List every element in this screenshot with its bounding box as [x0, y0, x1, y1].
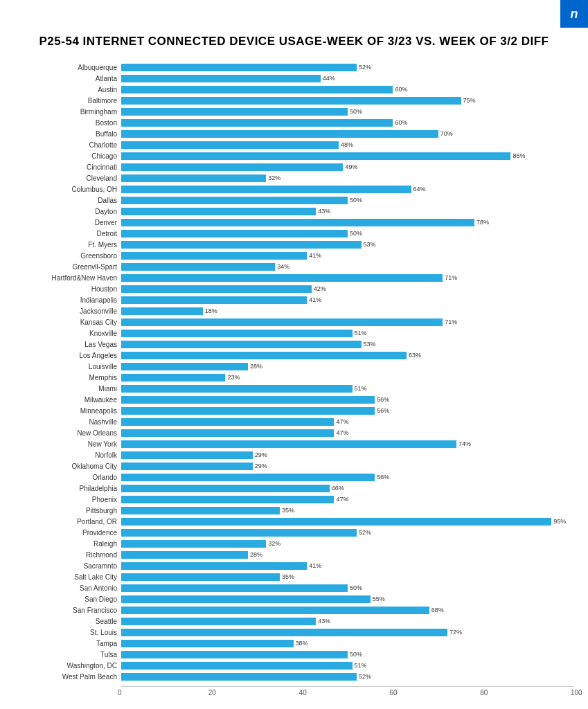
- bar: [121, 396, 375, 404]
- city-label: Phoenix: [14, 496, 121, 503]
- bar-row: St. Louis72%: [14, 627, 574, 637]
- bar-value-label: 41%: [309, 296, 321, 303]
- bar-value-label: 49%: [345, 163, 357, 170]
- city-label: Indianapolis: [14, 296, 121, 304]
- bar-area: 71%: [121, 274, 574, 282]
- city-label: Houston: [14, 285, 121, 293]
- bar-area: 52%: [121, 673, 574, 681]
- bar-value-label: 38%: [296, 640, 308, 647]
- bar-area: 35%: [121, 507, 574, 514]
- bar: [121, 130, 438, 138]
- bar-row: Hartford&New Haven71%: [14, 273, 574, 282]
- city-label: Sacramnto: [14, 562, 121, 570]
- bar-row: Tampa38%: [14, 638, 574, 648]
- bar-row: Orlando56%: [14, 472, 574, 482]
- bar: [121, 119, 393, 127]
- bar-value-label: 71%: [445, 274, 457, 281]
- city-label: Philadelphia: [14, 485, 121, 492]
- city-label: Providence: [14, 529, 121, 537]
- bar-row: Indianapolis41%: [14, 295, 574, 305]
- bar-value-label: 78%: [476, 219, 489, 226]
- bar-area: 43%: [121, 208, 574, 215]
- bar-row: Richmond28%: [14, 550, 574, 559]
- bar-area: 50%: [121, 230, 574, 237]
- bar-area: 75%: [121, 97, 574, 105]
- bar-value-label: 95%: [553, 518, 566, 525]
- bar: [121, 274, 443, 282]
- bar: [121, 307, 203, 315]
- bar: [121, 263, 275, 271]
- bar-row: Chicago86%: [14, 151, 574, 161]
- city-label: Denver: [14, 219, 121, 226]
- bar: [121, 496, 334, 503]
- bar-area: 32%: [121, 174, 574, 182]
- city-label: Richmond: [14, 551, 121, 559]
- bar-value-label: 71%: [445, 318, 457, 325]
- bar-area: 72%: [121, 629, 574, 636]
- bar-value-label: 68%: [431, 607, 444, 613]
- bar: [121, 440, 456, 448]
- bar: [121, 551, 248, 559]
- bar: [121, 208, 316, 215]
- bar: [121, 507, 280, 514]
- bar-value-label: 74%: [458, 440, 471, 447]
- bar-row: Memphis23%: [14, 373, 574, 382]
- bar: [121, 86, 393, 93]
- x-axis-tick: 100: [571, 689, 582, 697]
- bar-value-label: 72%: [449, 629, 462, 636]
- bar: [121, 64, 357, 71]
- bar: [121, 219, 474, 226]
- bar-row: Salt Lake City35%: [14, 572, 574, 582]
- bar: [121, 230, 348, 237]
- bar: [121, 429, 334, 437]
- x-axis-tick: 20: [208, 689, 216, 697]
- city-label: Hartford&New Haven: [14, 274, 121, 282]
- x-axis-tick: 80: [480, 689, 488, 697]
- city-label: Albuquerque: [14, 64, 121, 71]
- bar-value-label: 47%: [336, 429, 348, 436]
- bar-value-label: 51%: [355, 662, 367, 669]
- x-axis-tick: 0: [118, 689, 122, 697]
- bar-area: 50%: [121, 108, 574, 116]
- bar: [121, 529, 357, 537]
- bar-area: 50%: [121, 651, 574, 658]
- bar: [121, 341, 362, 348]
- bar-row: Norfolk29%: [14, 450, 574, 460]
- city-label: Oklahoma City: [14, 463, 121, 470]
- city-label: Greenvll-Spart: [14, 263, 121, 271]
- bar-row: San Diego55%: [14, 594, 574, 604]
- bar: [121, 629, 447, 636]
- bar-value-label: 35%: [282, 507, 294, 514]
- bar-area: 28%: [121, 551, 574, 559]
- city-label: Louisville: [14, 363, 121, 370]
- city-label: Cleveland: [14, 174, 121, 182]
- bar-value-label: 63%: [409, 352, 421, 359]
- x-axis-tick: 40: [299, 689, 307, 697]
- bar-row: Boston60%: [14, 118, 574, 127]
- bar-row: Philadelphia46%: [14, 483, 574, 493]
- bar-row: Louisville28%: [14, 361, 574, 371]
- bar: [121, 463, 253, 470]
- bar: [121, 152, 510, 160]
- bar: [121, 186, 411, 193]
- bar-value-label: 52%: [359, 673, 371, 680]
- bar-area: 47%: [121, 418, 574, 426]
- bar: [121, 330, 353, 337]
- bar-value-label: 34%: [277, 263, 289, 270]
- city-label: Birmingham: [14, 108, 121, 116]
- bar-row: Columbus, OH64%: [14, 184, 574, 194]
- city-label: Austin: [14, 86, 121, 93]
- bar-value-label: 23%: [227, 374, 240, 381]
- bar-value-label: 32%: [268, 540, 280, 547]
- bar-area: 29%: [121, 451, 574, 459]
- bar-row: San Francisco68%: [14, 605, 574, 615]
- bar-row: Portland, OR95%: [14, 517, 574, 526]
- bar-value-label: 28%: [250, 551, 262, 558]
- bar-value-label: 42%: [314, 285, 326, 292]
- bar-area: 46%: [121, 485, 574, 492]
- city-label: Las Vegas: [14, 341, 121, 348]
- bar-row: Tulsa50%: [14, 649, 574, 659]
- city-label: Washington, DC: [14, 662, 121, 670]
- bar-area: 41%: [121, 562, 574, 570]
- bar-area: 43%: [121, 618, 574, 625]
